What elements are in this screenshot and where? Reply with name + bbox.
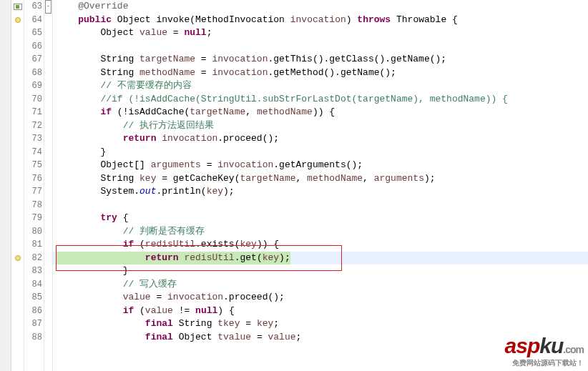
code-area[interactable]: @Override public Object invoke(MethodInv… xyxy=(53,0,588,371)
code-line[interactable]: //if (!isAddCache(StringUtil.subStrForLa… xyxy=(53,93,588,107)
line-number: 81 xyxy=(24,238,42,252)
line-number: 85 xyxy=(24,291,42,305)
code-line[interactable]: String key = getCacheKey(targetName, met… xyxy=(53,172,588,186)
code-line[interactable]: } xyxy=(53,264,588,278)
line-number: 64 xyxy=(24,14,42,27)
line-number: 79 xyxy=(24,212,42,225)
code-line[interactable]: // 执行方法返回结果 xyxy=(53,119,588,133)
watermark-text: asp xyxy=(505,334,540,357)
code-line[interactable]: public Object invoke(MethodInvocation in… xyxy=(53,14,588,27)
code-line[interactable]: System.out.println(key); xyxy=(53,185,588,199)
code-line[interactable]: if (redisUtil.exists(key)) { xyxy=(53,238,588,252)
line-number: 66 xyxy=(24,40,42,54)
line-number: 77 xyxy=(24,185,42,199)
code-line[interactable]: // 不需要缓存的内容 xyxy=(53,79,588,93)
line-number: 80 xyxy=(24,225,42,239)
code-line[interactable]: String methodName = invocation.getMethod… xyxy=(53,66,588,80)
watermark-logo: aspku.com 免费网站源码下载站！ xyxy=(505,334,584,368)
line-number: 74 xyxy=(24,146,42,159)
code-line[interactable]: return redisUtil.get(key); xyxy=(53,252,588,265)
code-line[interactable]: Object[] arguments = invocation.getArgum… xyxy=(53,159,588,172)
line-number: 82 xyxy=(24,252,42,265)
line-number: 65 xyxy=(24,26,42,40)
watermark-text: .com xyxy=(563,344,584,355)
code-line[interactable]: // 写入缓存 xyxy=(53,278,588,292)
line-number: 69 xyxy=(24,79,42,93)
line-number: 75 xyxy=(24,159,42,172)
line-number: 72 xyxy=(24,119,42,133)
code-line[interactable] xyxy=(53,199,588,212)
line-number: 67 xyxy=(24,53,42,66)
code-editor[interactable]: 6364656667686970717273747576777879808182… xyxy=(0,0,588,371)
code-line[interactable]: // 判断是否有缓存 xyxy=(53,225,588,239)
line-number: 84 xyxy=(24,278,42,292)
code-line[interactable]: Object value = null; xyxy=(53,26,588,40)
code-line[interactable]: value = invocation.proceed(); xyxy=(53,291,588,305)
line-number: 70 xyxy=(24,93,42,107)
line-number: 83 xyxy=(24,264,42,278)
warning-icon[interactable] xyxy=(15,17,21,23)
line-number: 63 xyxy=(24,0,42,14)
code-line[interactable]: try { xyxy=(53,212,588,225)
marker-column xyxy=(11,0,24,371)
line-number: 86 xyxy=(24,305,42,318)
code-line[interactable]: @Override xyxy=(53,0,588,14)
line-number: 87 xyxy=(24,317,42,331)
line-number: 73 xyxy=(24,132,42,146)
fold-toggle[interactable]: - xyxy=(45,0,52,14)
folding-column[interactable]: - xyxy=(44,0,53,371)
line-number: 71 xyxy=(24,106,42,119)
code-line[interactable]: } xyxy=(53,146,588,159)
code-line[interactable]: String targetName = invocation.getThis()… xyxy=(53,53,588,66)
line-number: 88 xyxy=(24,331,42,345)
code-line[interactable]: return invocation.proceed(); xyxy=(53,132,588,146)
warning-icon[interactable] xyxy=(15,255,21,261)
code-line[interactable]: if (!isAddCache(targetName, methodName))… xyxy=(53,106,588,119)
code-line[interactable]: if (value != null) { xyxy=(53,305,588,318)
watermark-text: ku xyxy=(539,334,563,357)
line-number-column: 6364656667686970717273747576777879808182… xyxy=(24,0,44,371)
line-number: 68 xyxy=(24,66,42,80)
watermark-sub: 免费网站源码下载站！ xyxy=(505,358,584,368)
code-line[interactable]: final String tkey = key; xyxy=(53,317,588,331)
override-icon[interactable] xyxy=(14,4,22,10)
line-number: 78 xyxy=(24,199,42,212)
overview-ruler xyxy=(0,0,11,371)
line-number: 76 xyxy=(24,172,42,186)
code-line[interactable] xyxy=(53,40,588,54)
